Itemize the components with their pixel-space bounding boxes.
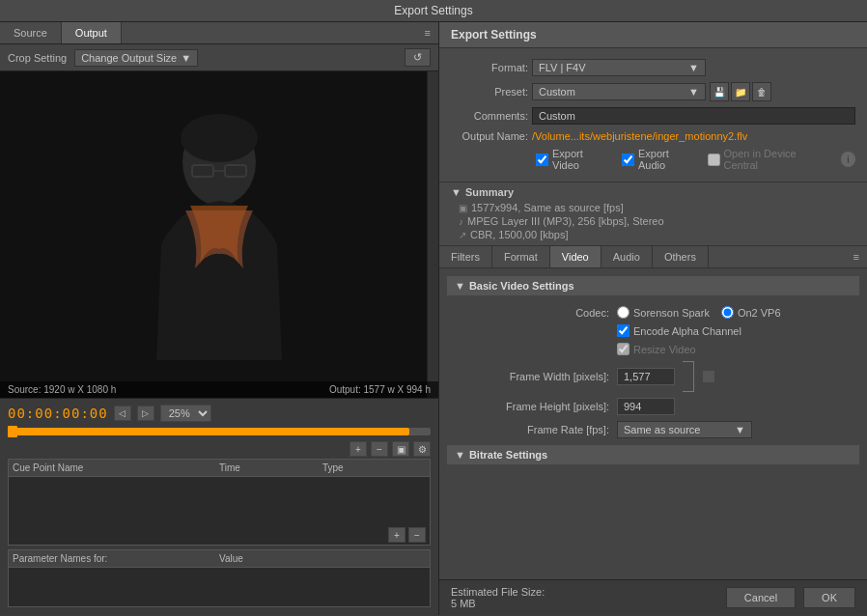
frame-height-input[interactable] bbox=[617, 398, 675, 415]
add-cue-button[interactable]: + bbox=[350, 441, 367, 457]
remove-cue-button[interactable]: − bbox=[371, 441, 388, 457]
tab-bar: Source Output ≡ bbox=[0, 22, 438, 44]
encode-alpha-row: Encode Alpha Channel bbox=[447, 322, 859, 340]
summary-item-1: ♪ MPEG Layer III (MP3), 256 [kbps], Ster… bbox=[451, 214, 855, 228]
trim-button[interactable]: ▣ bbox=[392, 441, 409, 457]
bitrate-section-title: Bitrate Settings bbox=[469, 449, 547, 461]
dropdown-arrow-icon: ▼ bbox=[181, 52, 191, 64]
basic-video-section-title: Basic Video Settings bbox=[469, 280, 574, 292]
bottom-bar: Estimated File Size: 5 MB Cancel OK bbox=[439, 579, 867, 615]
source-info: Source: 1920 w X 1080 h bbox=[8, 384, 116, 395]
preview-scrollbar[interactable] bbox=[427, 71, 438, 398]
change-output-size-dropdown[interactable]: Change Output Size ▼ bbox=[74, 49, 198, 67]
nav-back-button[interactable]: ◁ bbox=[114, 406, 131, 421]
preset-dropdown-arrow: ▼ bbox=[688, 86, 699, 98]
preset-delete-button[interactable]: 🗑 bbox=[752, 82, 771, 101]
cue-col-time: Time bbox=[219, 462, 322, 473]
cue-table-header: Cue Point Name Time Type bbox=[9, 460, 430, 477]
bitrate-arrow-icon: ▼ bbox=[455, 449, 465, 461]
frame-height-row: Frame Height [pixels]: bbox=[447, 395, 859, 418]
tab-format[interactable]: Format bbox=[492, 246, 550, 267]
param-col-name: Parameter Names for: bbox=[13, 553, 219, 564]
cue-col-name: Cue Point Name bbox=[13, 462, 219, 473]
tab-audio[interactable]: Audio bbox=[601, 246, 653, 267]
bottom-buttons: Cancel OK bbox=[726, 587, 855, 608]
filter-tab-menu-button[interactable]: ≡ bbox=[846, 247, 867, 266]
summary-arrow-icon: ▼ bbox=[451, 186, 461, 198]
bitrate-summary-icon: ↗ bbox=[459, 230, 466, 240]
param-col-value: Value bbox=[219, 553, 426, 564]
export-video-checkbox[interactable] bbox=[536, 154, 548, 166]
frame-width-label: Frame Width [pixels]: bbox=[455, 371, 609, 382]
format-row: Format: FLV | F4V ▼ bbox=[439, 56, 867, 79]
progress-track[interactable] bbox=[8, 428, 431, 435]
estimated-value: 5 MB bbox=[451, 598, 545, 609]
basic-video-section-header[interactable]: ▼ Basic Video Settings bbox=[447, 276, 859, 295]
tab-menu-button[interactable]: ≡ bbox=[417, 23, 438, 42]
output-info: Output: 1577 w X 994 h bbox=[329, 384, 431, 395]
summary-section: ▼ Summary ▣ 1577x994, Same as source [fp… bbox=[439, 182, 867, 245]
summary-item-2: ↗ CBR, 1500,00 [kbps] bbox=[451, 228, 855, 241]
progress-handle[interactable] bbox=[8, 426, 17, 437]
nav-forward-button[interactable]: ▷ bbox=[137, 406, 154, 421]
settings-form: Format: FLV | F4V ▼ Preset: Custom ▼ 💾 📁… bbox=[439, 48, 867, 182]
codec-sorenson-label[interactable]: Sorenson Spark bbox=[617, 306, 710, 319]
frame-rate-label: Frame Rate [fps]: bbox=[455, 424, 609, 435]
param-table-body bbox=[9, 568, 430, 606]
ok-button[interactable]: OK bbox=[803, 587, 855, 608]
preset-label: Preset: bbox=[451, 86, 528, 98]
tab-others[interactable]: Others bbox=[653, 246, 709, 267]
tab-output[interactable]: Output bbox=[62, 22, 122, 43]
filter-tabs: Filters Format Video Audio Others ≡ bbox=[439, 245, 867, 268]
encode-alpha-label[interactable]: Encode Alpha Channel bbox=[617, 324, 741, 337]
crop-setting-bar: Crop Setting Change Output Size ▼ ↺ bbox=[0, 44, 438, 71]
timeline-area: 00:00:00:00 ◁ ▷ 25% + − ▣ ⚙ Cue Poi bbox=[0, 398, 438, 615]
frame-width-input[interactable] bbox=[617, 368, 675, 385]
comments-input[interactable] bbox=[532, 107, 855, 125]
codec-sorenson-radio[interactable] bbox=[617, 306, 629, 319]
timecode-display: 00:00:00:00 bbox=[8, 406, 108, 421]
open-device-checkbox-label: Open in Device Central bbox=[708, 148, 829, 171]
frame-rate-row: Frame Rate [fps]: Same as source ▼ bbox=[447, 418, 859, 441]
preset-dropdown[interactable]: Custom ▼ bbox=[532, 83, 706, 100]
comments-label: Comments: bbox=[451, 110, 528, 122]
video-settings: ▼ Basic Video Settings Codec: Sorenson S… bbox=[439, 268, 867, 579]
section-arrow-icon: ▼ bbox=[455, 280, 465, 292]
progress-fill bbox=[8, 428, 409, 435]
cue-table-body bbox=[9, 477, 430, 525]
info-icon[interactable]: i bbox=[841, 152, 855, 167]
tab-filters[interactable]: Filters bbox=[439, 246, 492, 267]
preset-save-button[interactable]: 💾 bbox=[710, 82, 729, 101]
tab-source[interactable]: Source bbox=[0, 22, 62, 43]
resize-video-label: Resize Video bbox=[617, 343, 696, 355]
output-name-value[interactable]: /Volume...its/webjuristene/inger_motionn… bbox=[532, 130, 855, 142]
bitrate-section-header[interactable]: ▼ Bitrate Settings bbox=[447, 445, 859, 464]
preview-image bbox=[0, 71, 438, 398]
frame-rate-dropdown[interactable]: Same as source ▼ bbox=[617, 421, 752, 438]
preset-row: Preset: Custom ▼ 💾 📁 🗑 bbox=[439, 79, 867, 104]
export-settings-header: Export Settings bbox=[439, 22, 867, 48]
tab-video[interactable]: Video bbox=[550, 246, 601, 267]
title-bar: Export Settings bbox=[0, 0, 867, 22]
format-dropdown[interactable]: FLV | F4V ▼ bbox=[532, 59, 706, 76]
encode-alpha-checkbox[interactable] bbox=[617, 324, 629, 337]
cancel-button[interactable]: Cancel bbox=[726, 587, 796, 608]
file-size-info: Estimated File Size: 5 MB bbox=[451, 586, 545, 609]
codec-on2-radio[interactable] bbox=[721, 306, 734, 319]
export-video-checkbox-label[interactable]: Export Video bbox=[536, 148, 610, 171]
output-name-label: Output Name: bbox=[451, 130, 528, 142]
export-audio-checkbox-label[interactable]: Export Audio bbox=[622, 148, 696, 171]
preset-folder-button[interactable]: 📁 bbox=[731, 82, 750, 101]
zoom-dropdown[interactable]: 25% bbox=[160, 405, 211, 422]
codec-on2-label[interactable]: On2 VP6 bbox=[721, 306, 781, 319]
reset-arrow-button[interactable]: ↺ bbox=[405, 48, 431, 67]
svg-point-2 bbox=[181, 114, 258, 162]
aspect-lock-checkbox[interactable] bbox=[702, 370, 715, 383]
settings-button[interactable]: ⚙ bbox=[413, 441, 431, 457]
export-audio-checkbox[interactable] bbox=[622, 154, 634, 166]
format-label: Format: bbox=[451, 62, 528, 73]
cue-add-button[interactable]: + bbox=[388, 527, 406, 543]
timecode-bar: 00:00:00:00 ◁ ▷ 25% bbox=[0, 403, 438, 424]
cue-remove-button[interactable]: − bbox=[408, 527, 426, 543]
frame-width-row: Frame Width [pixels]: bbox=[447, 358, 859, 395]
